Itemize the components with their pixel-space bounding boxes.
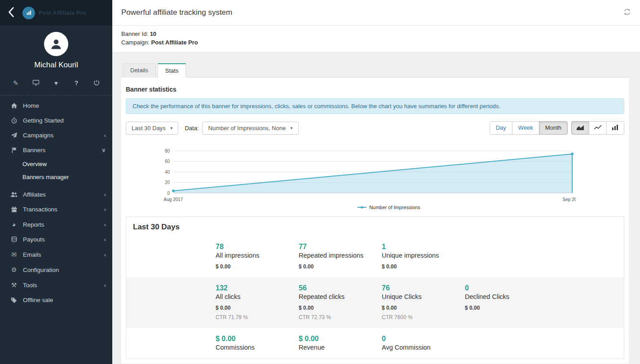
range-button-group: Day Week Month: [490, 121, 568, 135]
summary-row-impressions: 78 All impressions $ 0.00 77 Repeated im…: [126, 236, 624, 277]
caret-down-icon: ▾: [170, 125, 173, 131]
stat-label: Revenue: [299, 344, 382, 351]
week-button[interactable]: Week: [512, 121, 539, 135]
sidebar-item-emails[interactable]: ✉ Emails ‹: [0, 247, 112, 262]
sidebar-item-reports[interactable]: ◕ Reports ‹: [0, 217, 112, 232]
chevron-left-back-icon: [8, 6, 15, 20]
area-chart-icon: [577, 125, 584, 132]
banner-id-line: Banner Id: 10: [121, 30, 631, 39]
stat-money: $ 0.00: [382, 263, 465, 270]
tools-wrench-icon: ⚒: [9, 281, 19, 289]
sidebar-item-label: Getting Started: [23, 117, 106, 124]
day-button[interactable]: Day: [490, 121, 512, 135]
sidebar-divider: [0, 95, 112, 96]
stat-cell: 56 Repeated clicks $ 0.00 CTR 72.73 %: [299, 284, 382, 320]
gift-icon: [9, 206, 19, 213]
stat-cell: 0 Declined Clicks $ 0.00: [465, 284, 548, 320]
sidebar-item-home[interactable]: Home: [0, 98, 112, 113]
power-logout-icon[interactable]: [93, 79, 101, 87]
chart-controls: Last 30 Days ▾ Data: Number of Impressio…: [126, 121, 624, 135]
tab-details[interactable]: Details: [123, 63, 156, 78]
chevron-down-icon: ∨: [101, 147, 106, 153]
summary-title: Last 30 Days: [126, 217, 624, 236]
stat-value: 77: [299, 243, 382, 251]
stat-value: 0: [465, 284, 548, 292]
stat-label: All impressions: [216, 252, 299, 259]
svg-text:Sep 2017: Sep 2017: [563, 197, 576, 202]
area-chart-type-button[interactable]: [571, 121, 589, 135]
stat-money: $ 0.00: [299, 305, 382, 311]
line-chart-type-button[interactable]: [589, 121, 607, 135]
stat-label: Unique Clicks: [382, 293, 465, 300]
sidebar-item-affiliates[interactable]: Affiliates ‹: [0, 187, 112, 202]
sidebar-subitem-banners-manager[interactable]: Banners manager: [0, 171, 112, 184]
home-icon: [9, 102, 19, 109]
avatar[interactable]: [44, 32, 68, 56]
sidebar-item-offline-sale[interactable]: Offline sale: [0, 293, 112, 307]
flag-icon: [9, 147, 19, 153]
sidebar: Post Affiliate Pro Michal Kouril ✎ ♥ ?: [0, 0, 112, 364]
pie-chart-icon: ◕: [9, 221, 19, 228]
sidebar-item-label: Campaigns: [23, 132, 104, 139]
svg-text:60: 60: [165, 159, 170, 164]
gear-icon: ⚙: [9, 266, 19, 273]
banner-info: Banner Id: 10 Campaign: Post Affiliate P…: [112, 26, 640, 53]
edit-pencil-icon[interactable]: ✎: [12, 79, 20, 87]
stat-cell: 1 Unique impressions $ 0.00: [382, 243, 465, 270]
line-chart-icon: [594, 125, 601, 132]
monitor-icon[interactable]: [32, 79, 40, 87]
sidebar-item-configuration[interactable]: ⚙ Configuration: [0, 262, 112, 277]
stat-value: 0: [382, 335, 465, 343]
sidebar-item-label: Transactions: [23, 206, 104, 213]
sidebar-item-label: Banners: [23, 147, 101, 153]
sidebar-item-payouts[interactable]: Payouts ‹: [0, 232, 112, 247]
banner-id-value: 10: [150, 31, 156, 37]
sidebar-item-transactions[interactable]: Transactions ‹: [0, 202, 112, 217]
chart-legend: Number of Impressions: [154, 205, 624, 210]
app-logo[interactable]: Post Affiliate Pro: [22, 7, 86, 19]
info-alert: Check the performance of this banner for…: [126, 98, 624, 114]
data-dropdown[interactable]: Number of Impressions, None ▾: [202, 122, 298, 135]
tag-icon: [9, 297, 19, 303]
sidebar-item-campaigns[interactable]: Campaigns ‹: [0, 128, 112, 143]
svg-text:Aug 2017: Aug 2017: [164, 197, 183, 202]
send-icon: [9, 132, 19, 139]
sidebar-item-getting-started[interactable]: Getting Started: [0, 113, 112, 128]
banner-id-label: Banner Id:: [121, 31, 148, 37]
bar-chart-type-button[interactable]: [606, 121, 624, 135]
chevron-left-icon: ‹: [104, 221, 106, 228]
stat-label: Commissions: [216, 344, 299, 351]
tab-stats[interactable]: Stats: [158, 63, 186, 78]
user-name: Michal Kouril: [0, 61, 112, 70]
sidebar-subitem-overview[interactable]: Overview: [0, 158, 112, 171]
sidebar-item-label: Home: [23, 102, 106, 109]
sidebar-item-tools[interactable]: ⚒ Tools ‹: [0, 277, 112, 293]
sidebar-item-label: Offline sale: [23, 297, 106, 303]
campaign-line: Campaign: Post Affiliate Pro: [121, 39, 631, 47]
summary-row-commissions: $ 0.00 Commissions $ 0.00 Revenue 0 Avg …: [126, 328, 624, 359]
chevron-left-icon: ‹: [104, 132, 106, 139]
sidebar-item-banners[interactable]: Banners ∨: [0, 143, 112, 158]
period-dropdown[interactable]: Last 30 Days ▾: [126, 122, 178, 135]
help-question-icon[interactable]: ?: [72, 79, 80, 87]
back-button[interactable]: [0, 0, 22, 26]
summary-box: Last 30 Days 78 All impressions $ 0.00 7…: [126, 216, 624, 359]
stat-value: 78: [216, 243, 299, 251]
campaign-value: Post Affiliate Pro: [151, 39, 198, 46]
month-button[interactable]: Month: [539, 121, 568, 135]
stat-money: $ 0.00: [382, 305, 465, 311]
stat-cell: $ 0.00 Commissions: [216, 335, 299, 351]
stat-value: $ 0.00: [216, 335, 299, 343]
refresh-button[interactable]: [623, 8, 631, 18]
stat-money: $ 0.00: [465, 305, 548, 311]
stat-cell: 0 Avg Commission: [382, 335, 465, 351]
summary-row-clicks: 132 All clicks $ 0.00 CTR 71.79 % 56 Rep…: [126, 277, 624, 328]
impressions-area-chart: 020406080Aug 2017Sep 2017: [154, 146, 576, 204]
sidebar-menu: Home Getting Started Campaigns ‹ Banners…: [0, 98, 112, 307]
chart-type-button-group: [571, 121, 624, 135]
heartbeat-icon[interactable]: ♥: [52, 79, 60, 87]
stat-label: Avg Commission: [382, 344, 465, 351]
stat-label: All clicks: [216, 293, 299, 300]
data-dropdown-value: Number of Impressions, None: [208, 125, 286, 132]
stat-ctr: CTR 7600 %: [382, 314, 465, 320]
